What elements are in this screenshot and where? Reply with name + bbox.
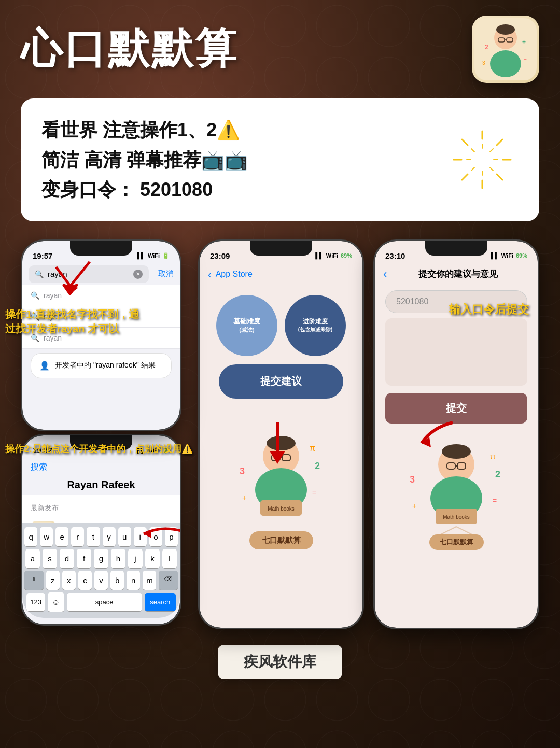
key-d[interactable]: d [60, 549, 74, 568]
svg-text:Math books: Math books [443, 514, 470, 520]
info-box: 看世界 注意操作1、2⚠️ 简洁 高清 弹幕推荐📺📺 变身口令： 5201080 [21, 98, 539, 221]
svg-text:2: 2 [495, 469, 500, 479]
status-icons-middle: ▌▌ WiFi 69% [315, 252, 352, 259]
key-search[interactable]: search [145, 593, 176, 611]
submit-suggestion-button[interactable]: 提交建议 [219, 364, 343, 399]
app-name-banner-right: 七口默默算 [375, 534, 538, 550]
developer-text: 开发者中的 "rayan rafeek" 结果 [55, 361, 156, 370]
key-t[interactable]: t [87, 527, 100, 546]
key-l[interactable]: l [162, 549, 177, 568]
phone-right: 23:10 ▌▌ WiFi 69% ‹ 提交你的建议与意见 [373, 239, 539, 629]
annotation-right: 输入口令后提交 [449, 302, 529, 317]
key-c[interactable]: c [78, 571, 92, 590]
key-h[interactable]: h [111, 549, 125, 568]
phones-col-left: 19:57 ▌▌ WiFi 🔋 🔍 rayan [21, 239, 189, 626]
app-name-banner-middle: 七口默默算 [200, 531, 362, 556]
key-k[interactable]: k [145, 549, 160, 568]
key-m[interactable]: m [143, 571, 156, 590]
key-p[interactable]: p [165, 527, 178, 546]
svg-text:π: π [490, 452, 496, 461]
svg-line-25 [490, 149, 493, 152]
svg-line-15 [462, 139, 468, 145]
key-g[interactable]: g [94, 549, 108, 568]
phone-middle: 23:09 ▌▌ WiFi 69% ‹ App Store [198, 239, 364, 629]
svg-text:=: = [524, 58, 527, 63]
key-q[interactable]: q [24, 527, 37, 546]
developer-icon: 👤 [39, 361, 50, 371]
key-emoji[interactable]: ☺ [48, 592, 64, 612]
sparkle-decoration [446, 123, 519, 196]
page-wrapper: 心口默默算 2 + 3 = 看世界 [0, 0, 560, 700]
key-s[interactable]: s [43, 549, 57, 568]
keyboard: q w e r t y u i o p [22, 523, 180, 618]
search-icon-small: 🔍 [35, 270, 44, 278]
time-middle: 23:09 [210, 251, 230, 260]
time-right: 23:10 [385, 251, 405, 260]
advanced-difficulty-card[interactable]: 进阶难度 (包含加减乘除) [285, 295, 346, 356]
svg-point-2 [490, 50, 521, 77]
dev-page-header: 搜索 [22, 458, 180, 477]
svg-text:=: = [493, 497, 497, 505]
basic-difficulty-card[interactable]: 基础难度 (减法) [216, 295, 277, 356]
svg-text:Math books: Math books [268, 506, 295, 512]
key-y[interactable]: y [103, 527, 116, 546]
appstore-title-middle[interactable]: App Store [216, 270, 253, 279]
key-e[interactable]: e [55, 527, 68, 546]
appstore-header: ‹ App Store [200, 263, 362, 285]
key-x[interactable]: x [62, 571, 76, 590]
dev-page-name-section: Rayan Rafeek [22, 477, 180, 495]
key-z[interactable]: z [46, 571, 60, 590]
keyboard-bottom-row: 123 ☺ space search [24, 592, 178, 612]
clear-button[interactable]: ✕ [133, 270, 143, 279]
svg-text:3: 3 [482, 60, 485, 66]
developer-result[interactable]: 👤 开发者中的 "rayan rafeek" 结果 [31, 353, 172, 378]
key-b[interactable]: b [110, 571, 124, 590]
key-n[interactable]: n [127, 571, 140, 590]
time-left-upper: 19:57 [33, 251, 52, 260]
feedback-title: 提交你的建议与意见 [387, 268, 529, 280]
key-j[interactable]: j [128, 549, 143, 568]
svg-line-16 [497, 174, 502, 180]
svg-text:+: + [412, 502, 416, 510]
svg-text:2: 2 [315, 461, 320, 471]
svg-line-23 [471, 149, 474, 152]
search-value: rayan [48, 270, 129, 278]
svg-text:3: 3 [240, 466, 245, 476]
key-i[interactable]: i [134, 527, 147, 546]
svg-text:=: = [312, 488, 316, 497]
cancel-button[interactable]: 取消 [153, 269, 174, 279]
feedback-textarea[interactable] [385, 318, 527, 386]
submit-button[interactable]: 提交 [385, 393, 527, 424]
key-r[interactable]: r [71, 527, 84, 546]
svg-line-64 [456, 527, 472, 534]
bottom-label-text: 疾风软件库 [244, 654, 316, 670]
key-v[interactable]: v [94, 571, 108, 590]
back-arrow-middle[interactable]: ‹ [208, 269, 212, 280]
svg-line-63 [441, 527, 456, 534]
status-icons-right: ▌▌ WiFi 69% [491, 252, 527, 259]
page-title: 心口默默算 [21, 21, 239, 77]
svg-text:2: 2 [485, 44, 488, 51]
annotation-op1: 操作1:直接找名字找不到，通 过找开发者rayan 才可以 [5, 307, 187, 336]
svg-text:+: + [522, 38, 526, 46]
key-space[interactable]: space [67, 593, 142, 611]
search-result-1[interactable]: 🔍 rayan [22, 285, 180, 306]
back-button-right[interactable]: ‹ [383, 267, 387, 281]
search-bar[interactable]: 🔍 rayan ✕ [29, 265, 149, 283]
keyboard-row1: q w e r t y u i o p [24, 527, 178, 546]
difficulty-section: 基础难度 (减法) 进阶难度 (包含加减乘除) 提交建议 [200, 285, 362, 531]
key-f[interactable]: f [77, 549, 91, 568]
info-text: 看世界 注意操作1、2⚠️ 简洁 高清 弹幕推荐📺📺 变身口令： 5201080 [41, 115, 248, 205]
app-icon[interactable]: 2 + 3 = [472, 16, 539, 83]
key-a[interactable]: a [25, 549, 40, 568]
key-123[interactable]: 123 [26, 593, 45, 611]
key-u[interactable]: u [118, 527, 131, 546]
key-w[interactable]: w [40, 527, 53, 546]
key-o[interactable]: o [149, 527, 162, 546]
key-shift[interactable]: ⇧ [24, 571, 44, 590]
key-delete[interactable]: ⌫ [159, 571, 178, 590]
status-icons-left-upper: ▌▌ WiFi 🔋 [137, 252, 170, 259]
phones-section: 操作1:直接找名字找不到，通 过找开发者rayan 才可以 操作2:只能点这个开… [21, 239, 539, 629]
back-button-dev[interactable]: 搜索 [31, 462, 47, 473]
bottom-label-section: 疾风软件库 [21, 645, 539, 679]
